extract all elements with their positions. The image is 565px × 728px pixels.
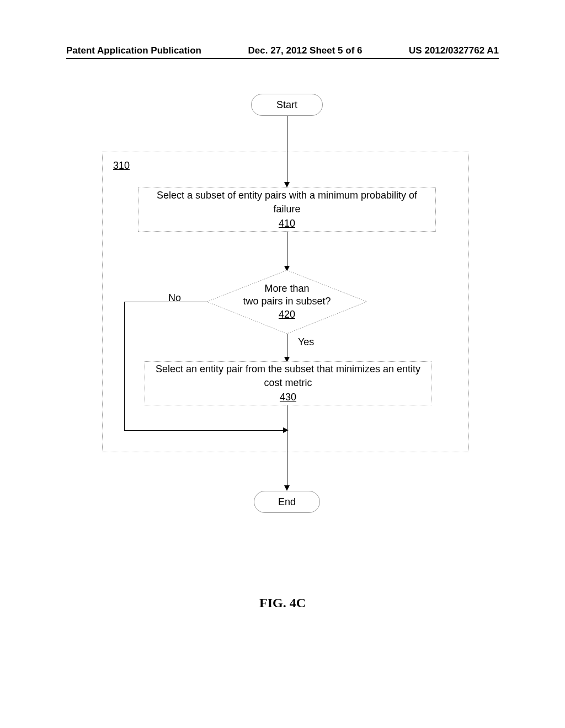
start-label: Start (276, 99, 297, 111)
end-terminal: End (254, 491, 320, 513)
decision-yes-label: Yes (298, 336, 314, 348)
arrow-420-yes-to-430 (287, 334, 287, 357)
end-label: End (278, 496, 296, 508)
start-terminal: Start (251, 94, 323, 116)
arrow-430-to-end (287, 405, 287, 485)
process-410-text: Select a subset of entity pairs with a m… (144, 189, 430, 216)
process-410-ref: 410 (279, 217, 295, 231)
process-430-ref: 430 (280, 390, 296, 404)
header-center: Dec. 27, 2012 Sheet 5 of 6 (248, 45, 363, 56)
header-divider (66, 58, 499, 59)
container-310-label: 310 (113, 160, 130, 172)
arrow-410-to-420 (287, 232, 287, 266)
process-430-text: Select an entity pair from the subset th… (151, 362, 425, 390)
arrow-420-no-vertical (124, 302, 125, 430)
process-410: Select a subset of entity pairs with a m… (138, 188, 436, 232)
flowchart-diagram: Start 310 Select a subset of entity pair… (99, 94, 475, 535)
arrowhead-icon (284, 485, 290, 491)
decision-420: More than two pairs in subset? 420 (207, 270, 367, 334)
header-right: US 2012/0327762 A1 (409, 45, 499, 56)
figure-caption: FIG. 4C (0, 596, 565, 611)
page-header: Patent Application Publication Dec. 27, … (0, 45, 565, 56)
arrow-420-no-horizontal (124, 302, 207, 302)
decision-420-text: More than two pairs in subset? 420 (207, 282, 367, 321)
process-430: Select an entity pair from the subset th… (145, 361, 431, 405)
header-left: Patent Application Publication (66, 45, 201, 56)
arrow-420-no-rejoin (124, 430, 287, 431)
arrowhead-icon (283, 427, 289, 433)
